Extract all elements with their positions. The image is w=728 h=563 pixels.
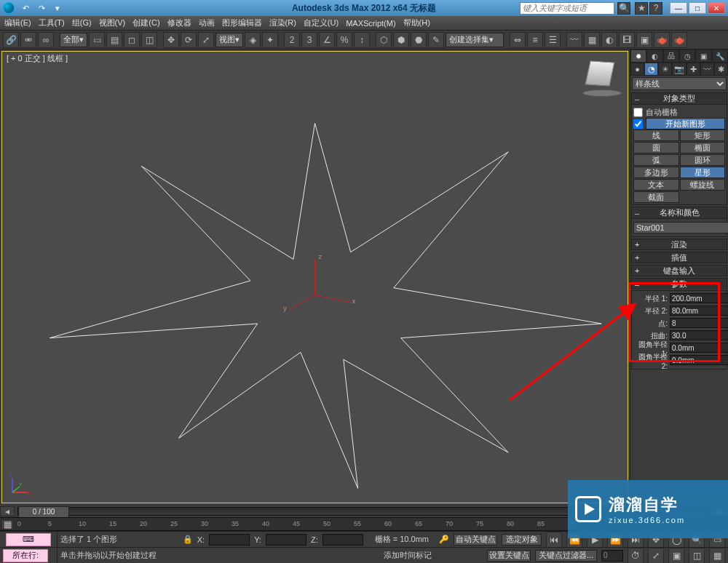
rollout-keyboard-entry[interactable]: +键盘输入 [631, 265, 727, 276]
spinner-snap-icon[interactable]: ↕ [354, 32, 370, 48]
help-icon[interactable]: ? [649, 2, 662, 15]
render-prod-icon[interactable]: 🫖 [654, 32, 670, 48]
coord-z[interactable] [323, 534, 363, 546]
subtab-lights[interactable]: ☀ [658, 63, 672, 76]
schematic-icon[interactable]: ▦ [584, 32, 600, 48]
rotate-icon[interactable]: ⟳ [181, 32, 197, 48]
setkey-button[interactable]: 设置关键点 [487, 550, 531, 562]
snap-2d-icon[interactable]: 2 [284, 32, 300, 48]
maxscript-mini-button[interactable]: ⌨ [6, 533, 51, 546]
tab-modify[interactable]: ◐ [646, 49, 662, 63]
qat-dropdown[interactable]: ▾ [51, 1, 64, 15]
rollout-interpolation[interactable]: +插值 [631, 252, 727, 263]
timeline-config-icon[interactable]: ▦ [1, 519, 13, 530]
distortion-input[interactable] [670, 330, 728, 340]
subtab-systems[interactable]: ✱ [714, 63, 728, 76]
nav-region-icon[interactable]: ◫ [689, 548, 705, 564]
menu-edit[interactable]: 编辑(E) [4, 17, 31, 28]
time-thumb[interactable]: 0 / 100 [18, 506, 69, 518]
autogrid-checkbox[interactable] [633, 108, 643, 117]
subtab-geometry[interactable]: ● [630, 63, 644, 76]
fillet1-input[interactable] [670, 343, 728, 353]
tab-hierarchy[interactable]: 品 [663, 49, 679, 63]
menu-modifiers[interactable]: 修改器 [167, 17, 191, 28]
key-icon[interactable]: 🔑 [439, 535, 449, 544]
magnet2-icon[interactable]: ⬢ [393, 32, 409, 48]
menu-maxscript[interactable]: MAXScript(M) [346, 19, 395, 28]
shape-donut[interactable]: 圆环 [680, 154, 726, 166]
shape-text[interactable]: 文本 [633, 179, 679, 191]
subtab-helpers[interactable]: ✚ [687, 63, 700, 76]
time-prev[interactable]: ◂ [0, 506, 15, 516]
maximize-button[interactable]: □ [689, 2, 706, 14]
menu-rendering[interactable]: 渲染(R) [269, 17, 296, 28]
points-input[interactable] [670, 318, 728, 328]
menu-customize[interactable]: 自定义(U) [304, 17, 339, 28]
startshape-checkbox[interactable] [633, 119, 643, 129]
subtab-shapes[interactable]: ◔ [644, 63, 658, 76]
menu-animation[interactable]: 动画 [199, 17, 215, 28]
coord-y[interactable] [266, 534, 306, 546]
pivot-icon[interactable]: ◈ [245, 32, 261, 48]
menu-tools[interactable]: 工具(T) [39, 17, 65, 28]
align-icon[interactable]: ≡ [527, 32, 543, 48]
shape-helix[interactable]: 螺旋线 [680, 179, 726, 191]
nav-max-icon[interactable]: ▦ [709, 548, 725, 564]
selfilter-dropdown[interactable]: 选定对象 [502, 534, 542, 546]
autokey-button[interactable]: 自动关键点 [454, 534, 497, 546]
play-start-icon[interactable]: ⏮ [546, 532, 562, 548]
shape-star[interactable]: 星形 [680, 167, 726, 178]
minimize-button[interactable]: — [670, 2, 687, 14]
menu-view[interactable]: 视图(V) [99, 17, 126, 28]
render-setup-icon[interactable]: 🎞 [619, 32, 635, 48]
subtab-spacewarps[interactable]: 〰 [700, 63, 714, 76]
radius2-input[interactable] [670, 306, 728, 316]
magnet-icon[interactable]: ⬡ [376, 32, 392, 48]
menu-help[interactable]: 帮助(H) [403, 17, 430, 28]
shape-section[interactable]: 截面 [633, 191, 679, 203]
timeconfig-icon[interactable]: ⏱ [628, 548, 644, 564]
select-rect-icon[interactable]: ◻ [124, 32, 140, 48]
menu-group[interactable]: 组(G) [72, 17, 92, 28]
search-input[interactable] [520, 2, 614, 15]
move-icon[interactable]: ✥ [163, 32, 179, 48]
search-icon[interactable]: 🔍 [617, 2, 630, 15]
shape-arc[interactable]: 弧 [633, 154, 679, 166]
render-frame-icon[interactable]: ▣ [636, 32, 652, 48]
shape-category-dropdown[interactable]: 样条线 [632, 77, 727, 90]
tab-motion[interactable]: ◷ [679, 49, 695, 63]
viewcube[interactable] [582, 57, 622, 97]
shape-line[interactable]: 线 [633, 129, 679, 141]
undo-button[interactable]: ↶ [19, 1, 32, 15]
fillet2-input[interactable] [670, 355, 728, 365]
mirror-icon[interactable]: ⇔ [510, 32, 526, 48]
listener-label[interactable]: 所在行: [3, 549, 48, 562]
selection-filter-dropdown[interactable]: 全部 ▾ [60, 33, 87, 47]
rollout-rendering[interactable]: +渲染 [631, 239, 727, 250]
shape-circle[interactable]: 圆 [633, 142, 679, 153]
keyfilter-button[interactable]: 关键点过滤器... [535, 550, 597, 562]
nav-zoomext-icon[interactable]: ⤢ [648, 548, 664, 564]
edit-named-icon[interactable]: ✎ [428, 32, 444, 48]
refcoord-dropdown[interactable]: 视图 ▾ [215, 33, 243, 47]
angle-snap-icon[interactable]: ∠ [319, 32, 335, 48]
star-icon[interactable]: ★ [635, 2, 648, 15]
shape-rectangle[interactable]: 矩形 [680, 129, 726, 141]
select-icon[interactable]: ▭ [89, 32, 105, 48]
current-frame-input[interactable] [601, 550, 623, 562]
link-icon[interactable]: 🔗 [3, 32, 19, 48]
rollout-parameters-header[interactable]: –参数 [631, 278, 727, 290]
snap-3d-icon[interactable]: 3 [301, 32, 317, 48]
lock-icon[interactable]: 🔒 [183, 535, 193, 544]
nav-zoomall-icon[interactable]: ▣ [668, 548, 684, 564]
start-shape-button[interactable]: 开始新图形 [646, 118, 725, 129]
bind-icon[interactable]: ∞ [38, 32, 54, 48]
render-icon[interactable]: 🫖 [671, 32, 687, 48]
named-selset-dropdown[interactable]: 创建选择集 ▾ [446, 33, 504, 47]
redo-button[interactable]: ↷ [35, 1, 48, 15]
menu-create[interactable]: 创建(C) [132, 17, 159, 28]
window-crossing-icon[interactable]: ◫ [141, 32, 157, 48]
curve-editor-icon[interactable]: 〰 [566, 32, 582, 48]
tab-create[interactable]: ✹ [630, 49, 646, 63]
percent-snap-icon[interactable]: % [336, 32, 352, 48]
